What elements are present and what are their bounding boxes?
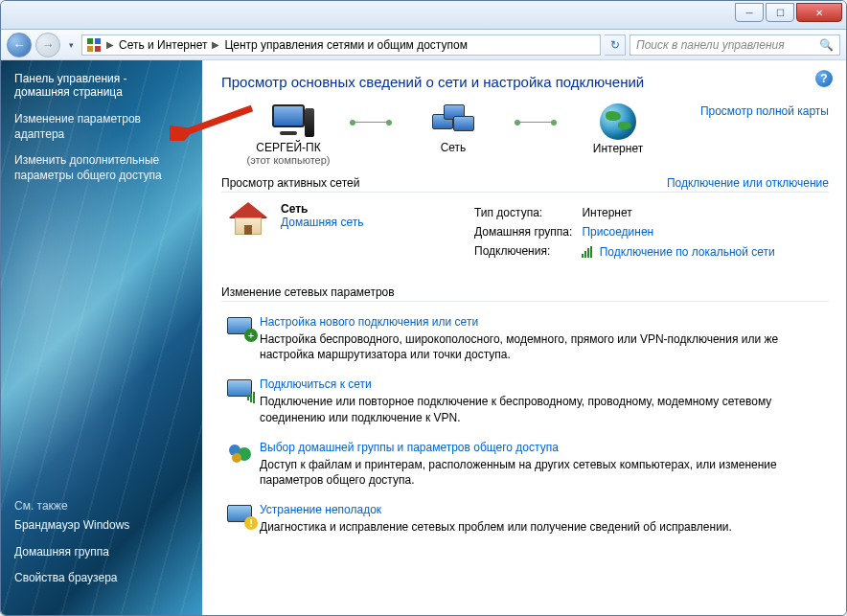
active-network-row: Сеть Домашняя сеть Тип доступа: Интернет…	[221, 198, 829, 276]
body: Панель управления - домашняя страница Из…	[1, 60, 846, 615]
globe-icon	[600, 103, 636, 140]
option-connect-network: Подключиться к сети Подключение или повт…	[221, 370, 829, 432]
svg-rect-2	[87, 46, 93, 52]
breadcrumb[interactable]: ▶ Сеть и Интернет ▶ Центр управления сет…	[81, 34, 601, 56]
active-network-props: Тип доступа: Интернет Домашняя группа: П…	[472, 202, 829, 262]
window-buttons: ─ ☐ ✕	[733, 3, 842, 22]
nav-history-dropdown[interactable]: ▾	[64, 35, 78, 55]
svg-rect-0	[87, 38, 93, 44]
active-networks-header: Просмотр активных сетей Подключение или …	[221, 176, 829, 193]
minimize-button[interactable]: ─	[735, 3, 764, 22]
map-network[interactable]: Сеть	[386, 104, 520, 166]
navbar: ← → ▾ ▶ Сеть и Интернет ▶ Центр управлен…	[1, 30, 846, 60]
option-homegroup-desc: Доступ к файлам и принтерам, расположенн…	[260, 457, 829, 488]
network-name: Сеть	[281, 202, 472, 216]
connect-network-icon	[221, 377, 260, 424]
network-map: СЕРГЕЙ-ПК (этот компьютер) Сеть Интернет	[221, 103, 829, 167]
connection-link[interactable]: Подключение по локальной сети	[600, 245, 775, 259]
signal-icon	[582, 246, 593, 258]
titlebar: ─ ☐ ✕	[1, 1, 846, 30]
option-new-connection: + Настройка нового подключения или сети …	[221, 308, 829, 370]
breadcrumb-sep-icon: ▶	[103, 39, 117, 50]
sidebar-link-adapter-settings[interactable]: Изменение параметров адаптера	[14, 112, 189, 142]
sidebar-see-also: См. также Брандмауэр Windows Домашняя гр…	[14, 499, 129, 598]
active-network-info: Сеть Домашняя сеть	[281, 202, 472, 262]
access-type-value: Интернет	[582, 204, 782, 221]
option-homegroup-link[interactable]: Выбор домашней группы и параметров общег…	[260, 441, 829, 454]
breadcrumb-seg-2[interactable]: Центр управления сетями и общим доступом	[224, 38, 468, 52]
help-icon[interactable]: ?	[815, 70, 833, 87]
homegroup-icon	[221, 441, 260, 488]
option-new-connection-link[interactable]: Настройка нового подключения или сети	[260, 315, 829, 329]
sidebar: Панель управления - домашняя страница Из…	[1, 60, 202, 615]
sidebar-home-line2: домашняя страница	[14, 85, 123, 99]
refresh-button[interactable]: ↻	[605, 34, 626, 56]
homegroup-label: Домашняя группа:	[474, 223, 580, 240]
breadcrumb-sep-icon: ▶	[209, 39, 222, 50]
home-network-icon	[227, 202, 269, 262]
option-troubleshoot: ! Устранение неполадок Диагностика и исп…	[221, 495, 829, 542]
troubleshoot-icon: !	[221, 503, 260, 535]
map-connector-icon	[515, 122, 557, 123]
connections-label: Подключения:	[474, 242, 580, 261]
connect-disconnect-link[interactable]: Подключение или отключение	[667, 176, 829, 190]
network-type-link[interactable]: Домашняя сеть	[281, 216, 472, 229]
search-input[interactable]: Поиск в панели управления 🔍	[630, 34, 840, 56]
svg-rect-3	[95, 46, 101, 52]
active-networks-title: Просмотр активных сетей	[221, 176, 359, 190]
change-settings-header: Изменение сетевых параметров	[221, 285, 829, 302]
control-panel-icon	[86, 37, 102, 53]
page-title: Просмотр основных сведений о сети и наст…	[221, 74, 829, 90]
map-internet[interactable]: Интернет	[551, 103, 685, 167]
option-new-connection-desc: Настройка беспроводного, широкополосного…	[260, 331, 829, 362]
svg-point-6	[232, 453, 241, 463]
option-troubleshoot-link[interactable]: Устранение неполадок	[260, 503, 829, 516]
search-placeholder: Поиск в панели управления	[636, 38, 785, 52]
sidebar-home-link[interactable]: Панель управления - домашняя страница	[14, 72, 189, 99]
close-button[interactable]: ✕	[796, 3, 842, 22]
breadcrumb-seg-1[interactable]: Сеть и Интернет	[119, 38, 207, 52]
sidebar-home-line1: Панель управления -	[14, 72, 127, 85]
map-pc-label: СЕРГЕЙ-ПК	[221, 141, 355, 154]
main-panel: ? Просмотр основных сведений о сети и на…	[202, 60, 846, 615]
change-settings-title: Изменение сетевых параметров	[221, 285, 395, 299]
network-icon	[432, 104, 474, 139]
map-pc-sublabel: (этот компьютер)	[221, 154, 355, 166]
maximize-button[interactable]: ☐	[766, 3, 794, 22]
map-this-pc[interactable]: СЕРГЕЙ-ПК (этот компьютер)	[221, 104, 355, 166]
option-homegroup: Выбор домашней группы и параметров общег…	[221, 433, 829, 495]
option-connect-network-desc: Подключение или повторное подключение к …	[260, 394, 829, 424]
back-button[interactable]: ←	[7, 33, 32, 57]
map-connector-icon	[350, 122, 392, 123]
svg-rect-1	[95, 38, 101, 44]
forward-button[interactable]: →	[35, 33, 60, 57]
option-troubleshoot-desc: Диагностика и исправление сетевых пробле…	[260, 519, 829, 535]
new-connection-icon: +	[221, 315, 260, 362]
window-frame: ─ ☐ ✕ ← → ▾ ▶ Сеть и Интернет ▶ Центр уп…	[0, 0, 847, 616]
sidebar-link-sharing-settings[interactable]: Изменить дополнительные параметры общего…	[14, 153, 189, 183]
see-also-header: См. также	[14, 499, 129, 513]
homegroup-value-link[interactable]: Присоединен	[582, 225, 653, 239]
access-type-label: Тип доступа:	[474, 204, 580, 221]
options-list: + Настройка нового подключения или сети …	[221, 308, 829, 542]
see-also-firewall[interactable]: Брандмауэр Windows	[14, 518, 129, 534]
see-also-browser-props[interactable]: Свойства браузера	[14, 571, 129, 586]
search-icon: 🔍	[819, 38, 834, 52]
map-net-label: Сеть	[386, 141, 520, 154]
map-inet-label: Интернет	[551, 142, 685, 155]
refresh-icon: ↻	[610, 38, 620, 52]
see-also-homegroup[interactable]: Домашняя группа	[14, 545, 129, 560]
option-connect-network-link[interactable]: Подключиться к сети	[260, 377, 829, 391]
pc-icon	[268, 104, 309, 139]
